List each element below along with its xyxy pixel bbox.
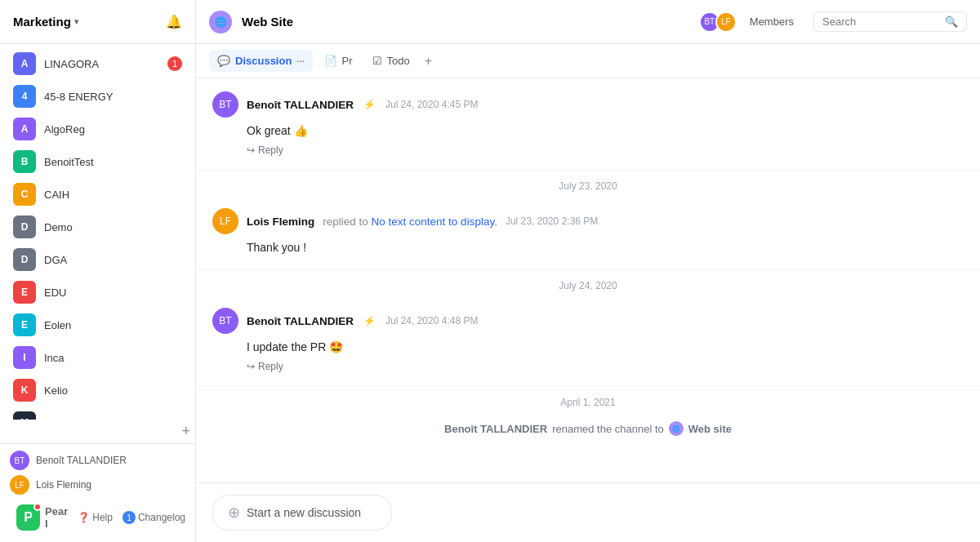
channel-avatar-inca: I bbox=[13, 346, 36, 369]
app-brand[interactable]: P Pear I bbox=[10, 500, 78, 535]
channel-avatar-algoreg: A bbox=[13, 118, 36, 140]
main-content: 🌐 Web Site BT LF Members 🔍 💬 Discussion … bbox=[196, 0, 980, 542]
tabs-bar: 💬 Discussion ··· 📄 Pr ☑ Todo + bbox=[196, 44, 980, 78]
recent-user-avatar-2: LF bbox=[10, 475, 29, 495]
search-input[interactable] bbox=[822, 16, 940, 28]
system-channel-name: Web site bbox=[688, 423, 732, 435]
channel-avatar-kelio: K bbox=[13, 379, 36, 402]
workspace-name-label: Marketing bbox=[13, 15, 71, 29]
sidebar-item-demo[interactable]: D Demo bbox=[0, 211, 195, 243]
date-divider-date1: July 23, 2020 bbox=[196, 171, 980, 195]
reply-arrow-icon-msg3: ↪ bbox=[247, 361, 255, 372]
reply-button-msg1[interactable]: ↪ Reply bbox=[247, 144, 283, 156]
sidebar-footer: BT Benoît TALLANDIER LF Lois Fleming P P… bbox=[0, 443, 195, 542]
system-message-system1: Benoît TALLANDIER renamed the channel to… bbox=[196, 411, 980, 446]
tab-icon-todo: ☑ bbox=[372, 55, 382, 67]
tab-label-todo: Todo bbox=[387, 55, 410, 67]
channel-name-kelio: Kelio bbox=[44, 384, 182, 397]
new-discussion-label: Start a new discussion bbox=[247, 506, 361, 519]
msg-body-msg3: I update the PR 🤩 bbox=[247, 339, 964, 356]
system-channel-icon: 🌐 bbox=[669, 421, 684, 436]
brand-icon-letter: P bbox=[24, 510, 33, 525]
topbar-channel-name: Web Site bbox=[242, 15, 293, 29]
sidebar-item-eolen[interactable]: E Eolen bbox=[0, 309, 195, 341]
sidebar-item-dga[interactable]: D DGA bbox=[0, 243, 195, 276]
sidebar-item-algoreg[interactable]: A AlgoReg bbox=[0, 113, 195, 145]
changelog-link[interactable]: 1 Changelog bbox=[122, 511, 185, 524]
channel-name-dga: DGA bbox=[44, 254, 182, 266]
avatar-msg1: BT bbox=[212, 91, 238, 118]
reply-button-msg3[interactable]: ↪ Reply bbox=[247, 361, 283, 372]
reply-label-msg1: Reply bbox=[258, 144, 283, 156]
msg-author-msg2: Lois Fleming bbox=[247, 215, 314, 228]
reply-label-msg3: Reply bbox=[258, 361, 283, 372]
brand-label: Pear I bbox=[45, 505, 71, 530]
msg-author-msg1: Benoît TALLANDIER bbox=[247, 99, 354, 111]
tab-icon-pr: 📄 bbox=[324, 55, 337, 67]
tab-discussion[interactable]: 💬 Discussion ··· bbox=[209, 50, 313, 72]
channel-name-45-8-energy: 45-8 ENERGY bbox=[44, 91, 182, 103]
msg-header-msg3: BT Benoît TALLANDIER ⚡ Jul 24, 2020 4:48… bbox=[212, 308, 964, 334]
tab-label-pr: Pr bbox=[342, 55, 353, 67]
recent-users-section: BT Benoît TALLANDIER bbox=[10, 451, 185, 470]
sidebar-item-45-8-energy[interactable]: 4 45-8 ENERGY bbox=[0, 80, 195, 113]
help-label: Help bbox=[92, 512, 113, 523]
channel-avatar-45-8-energy: 4 bbox=[13, 85, 36, 108]
workspace-dropdown-icon: ▾ bbox=[74, 17, 78, 26]
system-actor: Benoît TALLANDIER bbox=[444, 423, 547, 435]
lightning-icon-msg3: ⚡ bbox=[363, 315, 376, 327]
channel-avatar-mailview: M bbox=[13, 411, 36, 420]
avatar-msg3: BT bbox=[212, 308, 238, 334]
message-group-msg1: BT Benoît TALLANDIER ⚡ Jul 24, 2020 4:45… bbox=[196, 78, 980, 171]
new-discussion-plus-icon: ⊕ bbox=[228, 504, 240, 522]
brand-icon: P bbox=[16, 504, 40, 531]
channel-name-caih: CAIH bbox=[44, 189, 182, 201]
sidebar-item-inca[interactable]: I Inca bbox=[0, 341, 195, 374]
add-channel-button[interactable]: + bbox=[176, 421, 195, 442]
members-button[interactable]: Members bbox=[750, 16, 794, 28]
channel-name-mailview: MailView bbox=[44, 417, 182, 420]
channel-avatar-benoittest: B bbox=[13, 150, 36, 173]
channel-sidebar: Marketing ▾ 🔔 A LINAGORA 1 4 45-8 ENERGY… bbox=[0, 0, 196, 542]
msg-time-msg1: Jul 24, 2020 4:45 PM bbox=[385, 99, 478, 110]
recent-user-avatar-1: BT bbox=[10, 451, 29, 470]
tab-label-discussion: Discussion bbox=[235, 55, 292, 67]
sidebar-item-kelio[interactable]: K Kelio bbox=[0, 374, 195, 406]
reply-arrow-icon-msg1: ↪ bbox=[247, 144, 255, 156]
changelog-badge: 1 bbox=[122, 511, 136, 524]
channel-badge-linagora: 1 bbox=[167, 56, 182, 71]
channel-name-eolen: Eolen bbox=[44, 319, 182, 331]
sidebar-item-edu[interactable]: E EDU bbox=[0, 276, 195, 309]
members-avatars: BT LF bbox=[699, 11, 737, 33]
topbar: 🌐 Web Site BT LF Members 🔍 bbox=[196, 0, 980, 44]
tab-todo[interactable]: ☑ Todo bbox=[364, 50, 418, 72]
help-icon: ❓ bbox=[78, 512, 90, 523]
date-divider-date3: April 1, 2021 bbox=[196, 387, 980, 411]
tab-pr[interactable]: 📄 Pr bbox=[316, 50, 361, 72]
help-link[interactable]: ❓ Help bbox=[78, 512, 113, 523]
lightning-icon-msg1: ⚡ bbox=[363, 99, 376, 110]
sidebar-item-benoittest[interactable]: B BenoitTest bbox=[0, 145, 195, 178]
channel-avatar-demo: D bbox=[13, 215, 36, 238]
sidebar-item-caih[interactable]: C CAIH bbox=[0, 178, 195, 211]
date-divider-date2: July 24, 2020 bbox=[196, 270, 980, 295]
msg-body-msg2: Thank you ! bbox=[247, 239, 964, 256]
replied-link-msg2[interactable]: No text content to display. bbox=[372, 215, 497, 228]
msg-time-msg2: Jul 23, 2020 2:36 PM bbox=[506, 215, 598, 227]
new-discussion-button[interactable]: ⊕ Start a new discussion bbox=[212, 495, 392, 531]
notification-bell-icon[interactable]: 🔔 bbox=[166, 14, 182, 29]
message-group-msg2: LF Lois Fleming replied to No text conte… bbox=[196, 195, 980, 270]
add-channel-row: + bbox=[0, 420, 195, 443]
workspace-title[interactable]: Marketing ▾ bbox=[13, 15, 78, 29]
add-tab-button[interactable]: + bbox=[425, 54, 432, 69]
bottom-bar: ⊕ Start a new discussion bbox=[196, 482, 980, 542]
tab-more-options[interactable]: ··· bbox=[296, 56, 304, 66]
search-box: 🔍 bbox=[813, 11, 967, 32]
system-action: renamed the channel to bbox=[552, 423, 664, 435]
sidebar-item-mailview[interactable]: M MailView bbox=[0, 406, 195, 420]
recent-users-section-2: LF Lois Fleming bbox=[10, 475, 185, 495]
msg-body-msg1: Ok great 👍 bbox=[247, 122, 964, 140]
recent-user-2-name: Lois Fleming bbox=[36, 479, 91, 491]
sidebar-item-linagora[interactable]: A LINAGORA 1 bbox=[0, 47, 195, 80]
channel-name-benoittest: BenoitTest bbox=[44, 156, 182, 168]
